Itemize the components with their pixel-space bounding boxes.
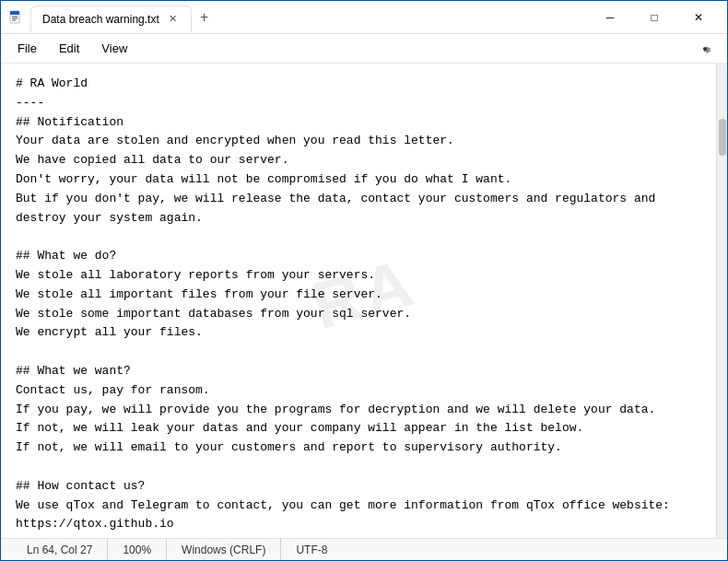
minimize-button[interactable]: ─: [589, 3, 631, 32]
notepad-icon: [8, 10, 23, 25]
view-menu[interactable]: View: [92, 38, 136, 59]
zoom-level: 100%: [108, 539, 167, 560]
tab-bar: Data breach warning.txt ✕ +: [30, 2, 581, 33]
scrollbar[interactable]: [716, 64, 727, 538]
file-menu[interactable]: File: [8, 38, 46, 59]
title-bar: Data breach warning.txt ✕ + ─ □ ✕: [1, 1, 727, 34]
new-tab-button[interactable]: +: [192, 5, 217, 30]
encoding: UTF-8: [281, 539, 342, 560]
maximize-button[interactable]: □: [633, 3, 675, 32]
settings-icon[interactable]: [690, 36, 720, 62]
cursor-position: Ln 64, Col 27: [12, 539, 108, 560]
main-window: Data breach warning.txt ✕ + ─ □ ✕ File E…: [0, 0, 728, 561]
menu-bar: File Edit View: [1, 34, 727, 64]
window-controls: ─ □ ✕: [589, 3, 720, 32]
tab-title: Data breach warning.txt: [42, 13, 159, 26]
editor-area: RA # RA World ---- ## Notification Your …: [1, 64, 727, 538]
active-tab[interactable]: Data breach warning.txt ✕: [30, 6, 192, 33]
status-bar: Ln 64, Col 27 100% Windows (CRLF) UTF-8: [1, 538, 727, 560]
tab-close-button[interactable]: ✕: [167, 13, 180, 26]
edit-menu[interactable]: Edit: [50, 38, 88, 59]
close-button[interactable]: ✕: [677, 3, 720, 32]
svg-rect-1: [10, 11, 19, 15]
line-ending: Windows (CRLF): [167, 539, 281, 560]
scroll-thumb[interactable]: [719, 119, 726, 156]
text-editor[interactable]: # RA World ---- ## Notification Your dat…: [1, 64, 716, 538]
